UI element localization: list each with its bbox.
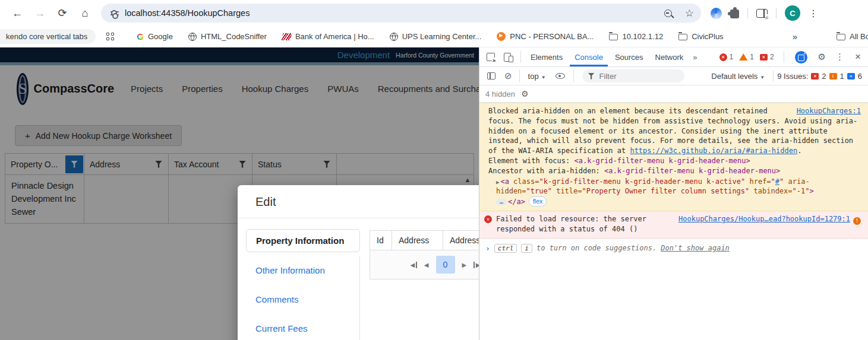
ancestor-element-ref[interactable]: <a.k-grid-filter-menu k-grid-header-menu… — [604, 167, 780, 175]
bookmark-label: UPS Learning Center... — [402, 32, 482, 41]
pager-last-icon[interactable]: ▶ — [474, 262, 479, 268]
pager-previous-icon[interactable]: ◀ — [424, 262, 429, 268]
issue-warning-icon: ! — [829, 73, 837, 80]
inspect-element-icon[interactable] — [487, 53, 495, 61]
error-count: 1 — [730, 53, 734, 61]
reload-icon[interactable]: ⟳ — [53, 4, 72, 23]
prompt-chevron-icon: › — [485, 244, 490, 253]
bookmark-star-icon[interactable]: ☆ — [685, 7, 694, 20]
pager-next-icon[interactable]: ▶ — [462, 262, 467, 268]
bookmarks-overflow-icon[interactable]: » — [793, 31, 797, 42]
console-prompt[interactable]: › ctrl i to turn on code suggestions. Do… — [479, 239, 868, 258]
filter-input[interactable] — [599, 72, 678, 81]
devtools-settings-gear-icon[interactable]: ⚙ — [818, 52, 826, 62]
console-settings-gear-icon[interactable]: ⚙ — [521, 89, 529, 98]
bookmark-label: PNC - PERSONAL BA... — [510, 32, 594, 41]
extensions-puzzle-icon[interactable] — [730, 9, 739, 18]
href-hash-link[interactable]: # — [775, 177, 779, 186]
devtools-close-icon[interactable]: × — [855, 51, 861, 63]
bookmark-label: Bank of America | Ho... — [295, 32, 374, 41]
browser-toolbar: ← → ⟳ ⌂ localhost:44358/HookupCharges ☆ … — [0, 0, 868, 26]
live-expression-eye-icon[interactable] — [555, 73, 565, 79]
toolbar-divider — [776, 8, 777, 18]
focus-label: Element with focus: — [488, 157, 575, 165]
tab-console[interactable]: Console — [570, 48, 608, 66]
caret-down-icon: ▼ — [760, 75, 765, 80]
bookmark-folder-ip[interactable]: 10.102.1.12 — [609, 32, 663, 41]
tab-sources[interactable]: Sources — [610, 48, 648, 66]
tab-other-information[interactable]: Other Information — [246, 259, 360, 281]
expand-triangle-icon[interactable]: ▶ — [496, 179, 499, 185]
devtools-divider — [573, 70, 574, 82]
ai-assistance-icon[interactable] — [795, 51, 807, 63]
device-toolbar-icon[interactable] — [504, 53, 511, 62]
context-selector[interactable]: top▼ — [528, 72, 546, 81]
clear-console-icon[interactable]: ⊘ — [504, 71, 512, 81]
bookmark-html-codesniffer[interactable]: HTML_CodeSniffer — [188, 32, 267, 41]
issues-summary[interactable]: 9 Issues: ✕ 2 ! 1 ≡ 6 — [777, 72, 862, 81]
column-header-address-direction[interactable]: Address Dire — [443, 231, 479, 250]
error-count-icon[interactable]: ✕ — [719, 53, 727, 61]
side-panel-search-icon[interactable] — [756, 9, 768, 18]
bookmark-google[interactable]: G Google — [137, 31, 173, 42]
bookmark-ups-learning[interactable]: UPS Learning Center... — [390, 32, 482, 41]
tab-current-fees[interactable]: Current Fees — [246, 317, 360, 339]
console-filter[interactable] — [582, 69, 684, 82]
devtools-menu-kebab-icon[interactable]: ⋮ — [835, 52, 844, 62]
console-error-message: ✕ HookupCharges/Hookup…ead?hookupId=1279… — [479, 211, 868, 239]
bookmark-label: All Bookmarks — [850, 32, 868, 41]
tab-network[interactable]: Network — [651, 48, 689, 66]
devtools-divider — [773, 70, 774, 82]
tab-property-information[interactable]: Property Information — [246, 229, 360, 252]
zoom-out-icon[interactable] — [664, 9, 672, 17]
dialog-vertical-tabs: Property Information Other Information C… — [246, 229, 360, 340]
html-snippet[interactable]: ▶<a class="k-grid-filter-menu k-grid-hea… — [488, 177, 861, 207]
bank-of-america-icon — [282, 33, 292, 40]
bookmark-label: 10.102.1.12 — [622, 32, 663, 41]
warning-source-link[interactable]: HookupCharges:1 — [797, 106, 861, 116]
address-bar[interactable]: localhost:44358/HookupCharges ☆ — [101, 4, 701, 23]
pnc-icon — [497, 32, 506, 41]
bookmark-label: Google — [148, 32, 173, 41]
caret-down-icon: ▼ — [541, 75, 546, 80]
aria-spec-link[interactable]: https://w3c.github.io/aria/#aria-hidden — [630, 147, 797, 155]
collapsed-content-icon[interactable]: … — [496, 199, 507, 205]
extension-swirl-icon[interactable] — [711, 8, 722, 19]
browser-menu-icon[interactable]: ⋮ — [809, 8, 818, 19]
pager-first-icon[interactable]: ◀ — [411, 262, 417, 268]
pager-current-page[interactable]: 0 — [436, 256, 455, 274]
home-icon[interactable]: ⌂ — [75, 4, 94, 23]
issue-link-icon[interactable]: ! — [853, 217, 861, 225]
issues-flag-icon[interactable]: ✕ — [760, 54, 768, 61]
back-icon[interactable]: ← — [8, 4, 27, 23]
log-levels-selector[interactable]: Default levels▼ — [711, 72, 765, 81]
globe-icon — [188, 33, 197, 41]
column-header-id[interactable]: Id — [370, 231, 392, 250]
profile-avatar[interactable]: C — [785, 5, 800, 21]
globe-icon — [390, 33, 398, 41]
error-circle-icon: ✕ — [484, 215, 492, 223]
folder-icon — [678, 34, 687, 40]
warning-count-icon[interactable] — [739, 53, 747, 61]
filter-funnel-icon — [588, 73, 595, 80]
bookmark-bank-of-america[interactable]: Bank of America | Ho... — [282, 32, 374, 41]
bookmark-pnc[interactable]: PNC - PERSONAL BA... — [497, 32, 594, 41]
dont-show-again-link[interactable]: Don't show again — [661, 244, 730, 252]
forward-icon[interactable]: → — [30, 4, 49, 23]
tab-elements[interactable]: Elements — [526, 48, 567, 66]
tab-group-chip[interactable]: kendo core vertical tabs — [0, 29, 96, 44]
console-sidebar-icon[interactable] — [487, 72, 495, 80]
flex-badge[interactable]: flex — [529, 196, 547, 206]
column-header-address[interactable]: Address — [392, 231, 443, 250]
apps-grid-icon[interactable] — [106, 33, 114, 41]
failed-request-link[interactable]: HookupCharges/Hookup…ead?hookupId=1279:1 — [678, 215, 850, 223]
bookmark-folder-civicplus[interactable]: CivicPlus — [678, 32, 723, 41]
focused-element-ref[interactable]: <a.k-grid-filter-menu k-grid-header-menu… — [575, 157, 750, 165]
google-logo-icon: G — [137, 31, 144, 42]
all-bookmarks[interactable]: All Bookmarks — [837, 32, 868, 41]
site-info-icon[interactable] — [111, 9, 119, 17]
folder-icon — [609, 34, 618, 40]
tab-comments[interactable]: Comments — [246, 288, 360, 310]
more-tabs-icon[interactable]: » — [693, 53, 697, 62]
url-text[interactable]: localhost:44358/HookupCharges — [125, 8, 664, 18]
